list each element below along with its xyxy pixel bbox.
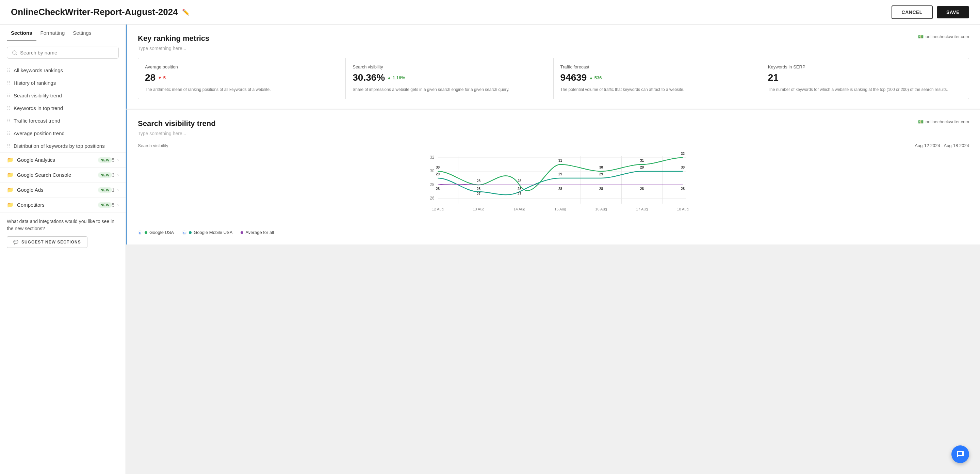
svg-text:28: 28 [430,182,434,187]
sidebar-item-0[interactable]: ⠿ All keywords rankings [0,64,126,77]
badge-new: NEW [98,172,112,178]
svg-text:28: 28 [517,179,522,183]
folder-google-analytics[interactable]: 📁 Google Analytics NEW 5 › [0,152,126,167]
search-wrap [0,41,126,64]
chevron-right-icon: › [118,202,119,207]
cancel-button[interactable]: CANCEL [891,5,933,19]
svg-text:32: 32 [681,152,685,156]
svg-text:27: 27 [517,192,522,196]
legend-label: Google USA [150,230,174,235]
metric-value-row: 30.36% ▲ 1.16% [353,72,546,83]
svg-text:28: 28 [517,187,522,191]
badge-new: NEW [98,157,112,163]
metric-desc: The number of keywords for which a websi… [768,86,962,93]
svg-text:28: 28 [477,179,481,183]
svg-text:14 Aug: 14 Aug [514,207,525,211]
domain-icon: 💵 [918,119,924,124]
report-title: OnlineCheckWriter-Report-August-2024 [11,7,178,18]
folder-competitors[interactable]: 📁 Competitors NEW 5 › [0,197,126,212]
content-inner: Key ranking metrics 💵 onlinecheckwriter.… [126,24,980,244]
drag-handle: ⠿ [7,80,10,86]
sidebar-item-6[interactable]: ⠿ Distribution of keywords by top positi… [0,140,126,152]
tab-sections[interactable]: Sections [7,24,37,41]
svg-point-0 [13,51,16,54]
svg-text:32: 32 [430,155,434,160]
svg-text:18 Aug: 18 Aug [677,207,688,211]
save-button[interactable]: SAVE [937,6,969,18]
suggest-icon: 💬 [13,240,19,244]
drag-handle: ⠿ [7,118,10,124]
chart-area: 32 30 28 26 12 Aug 13 Aug 14 Aug 15 Aug … [138,151,969,226]
chevron-right-icon: › [118,187,119,192]
sidebar-section-list: ⠿ All keywords rankings ⠿ History of ran… [0,64,126,474]
svg-text:28: 28 [558,187,563,191]
sidebar-item-label: All keywords rankings [14,67,63,73]
search-icon [12,50,18,56]
sidebar-item-2[interactable]: ⠿ Search visibility trend [0,89,126,102]
header-title-row: OnlineCheckWriter-Report-August-2024 ✏️ [11,7,189,18]
suggest-text: What data and integrations would you lik… [7,218,119,232]
svg-text:31: 31 [558,159,563,163]
card-title: Search visibility trend [138,119,216,128]
svg-text:17 Aug: 17 Aug [636,207,648,211]
chart-date-range: Aug-12 2024 - Aug-18 2024 [915,143,969,148]
metric-desc: The arithmetic mean of ranking positions… [145,86,339,93]
svg-text:29: 29 [640,166,644,169]
legend-item-google-mobile: G Google Mobile USA [182,230,232,235]
legend-dot [145,231,147,234]
folder-label: Google Ads [17,187,95,193]
chart-header: Search visibility Aug-12 2024 - Aug-18 2… [138,143,969,148]
tab-formatting[interactable]: Formatting [37,24,69,41]
card-placeholder: Type something here... [138,131,969,136]
svg-text:30: 30 [681,166,685,169]
svg-text:30: 30 [430,169,434,173]
metric-traffic-forecast: Traffic forecast 94639 ▲ 536 The potenti… [554,58,761,99]
badge-new: NEW [98,202,112,208]
edit-icon[interactable]: ✏️ [182,8,189,16]
suggest-section: What data and integrations would you lik… [0,212,126,253]
sidebar-item-3[interactable]: ⠿ Keywords in top trend [0,102,126,115]
domain-label: 💵 onlinecheckwriter.com [918,34,969,39]
folder-label: Competitors [17,202,95,208]
metric-value-row: 94639 ▲ 536 [560,72,754,83]
folder-count: 1 [112,187,115,193]
svg-text:30: 30 [436,166,440,169]
sidebar-item-label: History of rankings [14,80,56,86]
metric-value-row: 28 ▼ 5 [145,72,339,83]
metric-change: ▼ 5 [158,75,166,80]
suggest-button-label: SUGGEST NEW SECTIONS [21,240,81,244]
svg-text:28: 28 [477,187,481,191]
chat-button[interactable] [951,445,969,463]
card-placeholder: Type something here... [138,46,969,51]
folder-google-search-console[interactable]: 📁 Google Search Console NEW 3 › [0,167,126,182]
metrics-grid: Average position 28 ▼ 5 The arithmetic m… [138,58,969,99]
metric-label: Average position [145,64,339,69]
svg-text:G: G [183,231,186,235]
google-logo-icon: G [182,230,187,235]
folder-label: Google Analytics [17,157,95,163]
folder-google-ads[interactable]: 📁 Google Ads NEW 1 › [0,182,126,197]
drag-handle: ⠿ [7,93,10,98]
metric-value: 94639 [560,72,587,83]
svg-text:15 Aug: 15 Aug [554,207,566,211]
key-ranking-metrics-card: Key ranking metrics 💵 onlinecheckwriter.… [126,24,980,109]
metric-value: 30.36% [353,72,385,83]
sidebar-item-4[interactable]: ⠿ Traffic forecast trend [0,115,126,127]
sidebar-item-1[interactable]: ⠿ History of rankings [0,77,126,89]
sidebar-item-label: Keywords in top trend [14,105,63,111]
badge-new: NEW [98,187,112,193]
drag-handle: ⠿ [7,68,10,73]
suggest-button[interactable]: 💬 SUGGEST NEW SECTIONS [7,236,88,248]
legend-dot [240,231,243,234]
sidebar-item-label: Traffic forecast trend [14,118,60,124]
metric-label: Search visibility [353,64,546,69]
metric-value: 28 [145,72,156,83]
folder-icon: 📁 [7,187,14,193]
sidebar-item-label: Distribution of keywords by top position… [14,143,105,149]
search-input[interactable] [20,50,114,56]
legend-item-google-usa: G Google USA [138,230,174,235]
tab-settings[interactable]: Settings [69,24,95,41]
metric-desc: The potential volume of traffic that key… [560,86,754,93]
sidebar-item-5[interactable]: ⠿ Average position trend [0,127,126,140]
svg-text:16 Aug: 16 Aug [595,207,607,211]
